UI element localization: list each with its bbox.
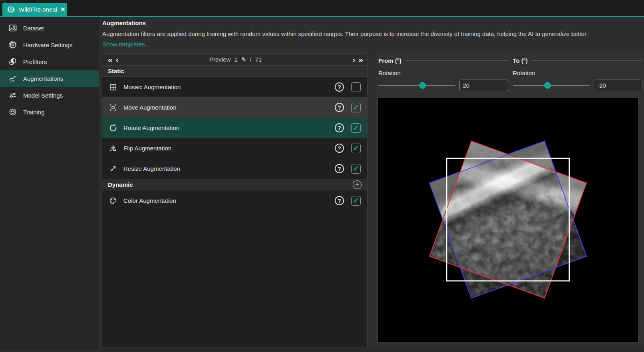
help-icon[interactable]: ? [335,82,344,92]
flip-checkbox[interactable]: ✓ [351,144,361,153]
first-preview-button[interactable]: « [106,56,114,64]
section-header-static: Static [102,65,367,77]
move-checkbox[interactable]: ✓ [351,103,361,112]
horizontal-scrollbar-track[interactable] [102,348,644,352]
content-area: Dataset Hardware Settings [0,17,644,352]
resize-checkbox[interactable]: ✓ [351,164,361,174]
row-resize-augmentation[interactable]: Resize Augmentation ? ✓ [102,158,367,179]
row-label: Resize Augmentation [123,165,329,172]
sidebar-item-label: Model Settings [23,92,63,99]
color-checkbox[interactable]: ✓ [351,196,361,206]
page-description: Augmentation filters are applied during … [102,30,588,37]
rotate-parameters-panel: From (°) Rotation [375,53,644,347]
sidebar-item-label: Prefilters [23,58,47,65]
ai-chip-icon: AI [6,5,16,14]
from-group-label: From (°) [378,57,402,64]
from-rotation-row [378,80,508,91]
sidebar-item-model-settings[interactable]: Model Settings [0,87,99,104]
row-mosaic-augmentation[interactable]: Mosaic Augmentation ? [102,77,367,97]
from-rotation-label: Rotation [378,70,508,76]
divider-rule [532,60,642,61]
preview-current: 1 [234,56,237,63]
row-label: Mosaic Augmentation [123,84,329,90]
sidebar-item-dataset[interactable]: Dataset [0,20,99,36]
sidebar-item-augmentations[interactable]: Augmentations [0,70,99,87]
preview-label: Preview [209,56,231,63]
help-icon[interactable]: ? [335,144,344,153]
mosaic-checkbox[interactable] [351,82,361,92]
next-preview-button[interactable]: › [351,56,357,64]
row-label: Color Augmentation [123,197,329,204]
from-group-header: From (°) [378,57,508,64]
rotation-preview-canvas [378,97,638,343]
palette-icon [108,196,118,206]
augmentations-icon [8,74,18,83]
help-icon[interactable]: ? [335,123,344,132]
sidebar: Dataset Hardware Settings [0,17,99,350]
move-icon [108,103,118,112]
flip-icon [108,144,118,153]
to-group: To (°) Rotation [513,57,643,97]
edit-pencil-icon[interactable]: ✎ [241,56,246,63]
row-color-augmentation[interactable]: Color Augmentation ? ✓ [102,190,367,211]
prev-preview-button[interactable]: ‹ [114,56,120,64]
section-title: Static [108,68,124,74]
from-group: From (°) Rotation [378,57,508,97]
filter-circles-icon [8,57,18,66]
rotation-to-input[interactable] [594,80,642,91]
sidebar-item-hardware-settings[interactable]: Hardware Settings [0,36,99,53]
to-group-header: To (°) [513,57,643,64]
sliders-icon [8,90,18,100]
preview-divider: / [250,56,251,63]
slider-track[interactable] [513,85,590,86]
sidebar-item-prefilters[interactable]: Prefilters [0,53,99,70]
tab-title: WildFire.oneai [19,6,57,13]
row-flip-augmentation[interactable]: Flip Augmentation ? ✓ [102,138,367,158]
section-header-dynamic: Dynamic + [102,179,367,190]
to-group-label: To (°) [513,57,528,64]
row-move-augmentation[interactable]: Move Augmentation ? ✓ [102,97,367,118]
row-label: Flip Augmentation [123,145,329,152]
slider-thumb[interactable] [544,82,551,89]
divider-rule [405,60,508,61]
rotation-to-slider[interactable] [513,82,590,90]
preview-nav-bar: « ‹ Preview 1 ✎ / 71 › » [102,54,367,65]
help-icon[interactable]: ? [335,196,344,205]
section-title: Dynamic [108,181,133,188]
help-icon[interactable]: ? [335,103,344,112]
tab-wildfire[interactable]: AI WildFire.oneai ✕ [2,3,67,16]
rotate-icon [108,123,118,133]
to-rotated-image [429,141,586,298]
row-label: Rotate Augmentation [123,124,329,131]
sidebar-item-label: Training [23,109,45,116]
tab-bar: AI WildFire.oneai ✕ [0,0,644,16]
preview-counter: Preview 1 ✎ / 71 [120,56,351,63]
row-rotate-augmentation[interactable]: Rotate Augmentation ? ✓ [102,118,367,138]
rotation-controls: From (°) Rotation [378,57,642,97]
tab-close-icon[interactable]: ✕ [60,6,66,13]
rotate-checkbox[interactable]: ✓ [351,123,361,133]
add-dynamic-augmentation-button[interactable]: + [353,180,362,189]
to-rotation-row [513,80,643,91]
brain-icon [8,107,18,117]
slider-track[interactable] [378,85,455,86]
sidebar-item-training[interactable]: Training [0,104,99,120]
rotation-from-slider[interactable] [378,82,455,90]
app-window: AI WildFire.oneai ✕ Dataset [0,0,644,352]
rotation-from-input[interactable] [459,80,508,91]
augmentation-list-panel: « ‹ Preview 1 ✎ / 71 › » Static [102,53,368,347]
show-templates-link[interactable]: Show templates... [102,41,150,48]
mosaic-icon [108,82,118,92]
preview-total: 71 [255,56,262,63]
sidebar-item-label: Augmentations [23,75,63,82]
chip-icon [8,40,18,50]
to-rotation-label: Rotation [513,70,643,76]
slider-thumb[interactable] [419,82,426,89]
help-icon[interactable]: ? [335,164,344,173]
row-label: Move Augmentation [123,104,329,111]
last-preview-button[interactable]: » [357,56,365,64]
dataset-icon [8,23,18,33]
svg-text:AI: AI [10,8,12,11]
resize-icon [108,164,118,174]
main-panel: Augmentations Augmentation filters are a… [99,17,644,352]
